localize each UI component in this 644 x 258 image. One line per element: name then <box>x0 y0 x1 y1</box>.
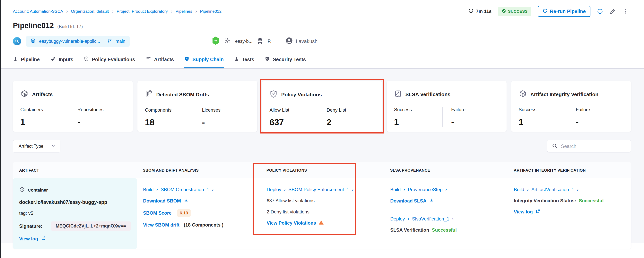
sbom-score-link[interactable]: SBOM Score <box>143 210 172 216</box>
step-link[interactable]: SlsaVerification_1 <box>412 216 449 222</box>
allow-list-violations-text: 637 Allow list violations <box>267 198 378 204</box>
stat-label: Allow List <box>270 107 318 113</box>
column-header-slsa: SLSA PROVENANCE <box>384 168 507 172</box>
window-left-edge <box>0 0 1 258</box>
stat-label: Success <box>394 107 442 112</box>
stat-value: 1 <box>20 117 68 127</box>
chevron-separator-icon: › <box>156 186 158 192</box>
breadcrumb-organization[interactable]: Organization: default <box>71 9 109 14</box>
card-artifacts: Artifacts Containers 1 Repositories - <box>13 81 133 132</box>
document-cube-icon <box>145 90 153 100</box>
step-link[interactable]: SBOM Policy Enforcement_1 <box>288 187 349 192</box>
stat-value: 2 <box>327 118 366 127</box>
gear-icon <box>224 37 231 45</box>
breadcrumb-pipelines[interactable]: Pipelines <box>176 9 192 14</box>
artifact-cell: Container docker.io/lavakush07/easy-bugg… <box>13 178 137 249</box>
stat-value: 1 <box>519 117 567 127</box>
policy-violations-cell: Deploy › SBOM Policy Enforcement_1 › 637… <box>260 178 384 249</box>
tab-security-tests[interactable]: Security Tests <box>265 52 306 68</box>
download-icon <box>429 198 434 204</box>
chevron-separator-icon: › <box>577 186 579 192</box>
breadcrumb-account[interactable]: Account: Automation-SSCA <box>13 9 63 14</box>
download-slsa-link[interactable]: Download SLSA <box>390 198 426 204</box>
step-link[interactable]: ArtifactVerification_1 <box>532 187 574 192</box>
status-badge: SUCCESS <box>498 7 531 16</box>
repository-icon <box>30 38 36 44</box>
signature-value: MEQCICde2Vjl...L+2+mqnOXw== <box>51 222 131 231</box>
chevron-separator-icon: › <box>445 186 447 192</box>
tab-pipeline[interactable]: Pipeline <box>13 52 40 68</box>
slsa-status-value: Successful <box>432 227 457 233</box>
repo-branch-pill: easybuggy-vulnerable-applic... main <box>26 36 130 47</box>
stage-link[interactable]: Deploy <box>267 187 281 192</box>
card-policy-violations: Policy Violations Allow List 637 Deny Li… <box>262 81 382 132</box>
integrity-status-value: Successful <box>579 198 604 204</box>
info-icon[interactable] <box>597 8 603 14</box>
search-input[interactable] <box>561 144 626 149</box>
tab-inputs[interactable]: Inputs <box>50 52 73 68</box>
cube-icon <box>20 90 28 100</box>
stage-link[interactable]: Build <box>514 187 524 192</box>
run-duration: 7m 11s <box>468 8 492 14</box>
supply-chain-panel: Artifacts Containers 1 Repositories - De… <box>0 68 644 243</box>
container-cube-icon <box>19 186 25 194</box>
infrastructure-icon <box>257 37 263 45</box>
chevron-separator-icon: › <box>284 186 286 192</box>
triggered-by-user: Lavakush <box>279 37 318 46</box>
clock-icon <box>468 8 474 14</box>
repo-name[interactable]: easybuggy-vulnerable-applic... <box>39 39 100 44</box>
tab-bar: Pipeline Inputs Policy Evaluations Artif… <box>0 52 644 68</box>
breadcrumb-project[interactable]: Project: Product Exploratory <box>117 9 168 14</box>
chevron-separator-icon: › <box>171 9 172 14</box>
stat-value: - <box>78 117 117 127</box>
edit-pencil-icon[interactable] <box>610 8 616 14</box>
view-sbom-drift-link[interactable]: View SBOM drift <box>143 222 180 228</box>
scm-provider-icon <box>13 37 21 45</box>
stat-label: Containers <box>20 107 68 112</box>
step-link[interactable]: ProvenanceStep <box>408 187 442 192</box>
stat-label: Success <box>519 107 567 112</box>
branch-name[interactable]: main <box>116 39 125 44</box>
tab-supply-chain[interactable]: Supply Chain <box>184 52 224 68</box>
view-log-link[interactable]: View log <box>514 209 533 214</box>
search-box <box>547 140 631 152</box>
trigger-name: easy-b... <box>235 39 252 44</box>
stat-label: Licenses <box>202 107 242 113</box>
slsa-status-label: SLSA Verification <box>390 227 429 233</box>
shield-check-icon <box>270 90 278 100</box>
chevron-separator-icon: › <box>66 9 68 14</box>
chevron-separator-icon: › <box>408 216 410 222</box>
pill-divider <box>104 38 104 44</box>
stage-link[interactable]: Deploy <box>390 216 405 222</box>
rerun-pipeline-button[interactable]: Re-run Pipeline <box>538 6 590 17</box>
tab-artifacts[interactable]: Artifacts <box>146 52 174 68</box>
chevron-down-icon <box>51 144 56 149</box>
slsa-icon <box>394 90 402 100</box>
warning-triangle-icon <box>319 220 324 226</box>
stage-link[interactable]: Build <box>390 187 400 192</box>
stat-value: 1 <box>394 117 442 127</box>
tab-policy-evaluations[interactable]: Policy Evaluations <box>84 52 135 68</box>
shield-network-icon <box>184 56 190 62</box>
chevron-separator-icon: › <box>212 186 214 192</box>
summary-cards: Artifacts Containers 1 Repositories - De… <box>13 81 631 132</box>
chevron-separator-icon: › <box>452 216 454 222</box>
stat-value: - <box>202 118 242 127</box>
tab-tests[interactable]: Tests <box>234 52 254 68</box>
shield-scan-icon <box>265 56 270 62</box>
stat-label: Repositories <box>78 107 117 112</box>
breadcrumb-pipeline012[interactable]: Pipeline012 <box>200 9 222 14</box>
svg-text:∞: ∞ <box>214 39 217 42</box>
stage-link[interactable]: Build <box>143 187 154 192</box>
shield-check-icon <box>84 56 89 62</box>
kebab-menu-icon[interactable] <box>622 8 628 14</box>
search-icon <box>552 143 558 149</box>
download-sbom-link[interactable]: Download SBOM <box>143 198 181 204</box>
artifact-type-dropdown[interactable]: Artifact Type <box>13 140 60 152</box>
view-policy-violations-link[interactable]: View Policy Violations <box>267 220 316 226</box>
external-link-icon <box>41 236 46 242</box>
stat-value: 18 <box>145 118 193 127</box>
step-link[interactable]: SBOM Orchestration_1 <box>161 187 209 192</box>
column-header-integrity: ARTIFACT INTEGRITY VERIFICATION <box>508 168 631 172</box>
view-log-link[interactable]: View log <box>19 236 38 242</box>
